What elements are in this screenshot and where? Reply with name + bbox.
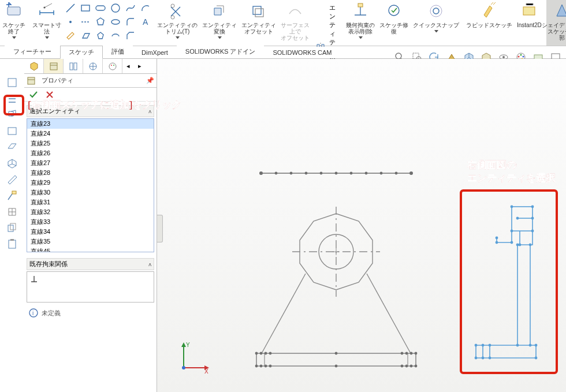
parallelogram-icon[interactable] [80,30,91,42]
panel-next-icon[interactable]: ▸ [134,59,146,73]
entity-list-item[interactable]: 直線25 [27,139,154,148]
svg-rect-41 [10,239,14,241]
entity-list-item[interactable]: 直線30 [27,188,154,197]
entity-list-item[interactable]: 直線31 [27,197,154,207]
status-row: i 未定義 [24,305,157,321]
tab-addins[interactable]: SOLIDWORKS アドイン [177,45,265,58]
dimxpert-manager-tab[interactable] [83,59,103,73]
polygon-icon[interactable] [95,16,106,28]
selection-filter-icon[interactable] [6,76,18,89]
paste-icon[interactable] [6,238,18,251]
property-manager-tab[interactable] [44,59,64,73]
repair-sketch-button[interactable]: スケッチ修 復 [377,0,411,46]
shaded-sketch-contour-button[interactable]: シェイディング スケッチ輪 郭 [546,0,566,46]
feature-manager-tab[interactable] [24,59,44,73]
iso-view-icon[interactable] [6,157,18,170]
rapid-sketch-button[interactable]: ラピッドスケッチ [464,0,515,46]
line-icon[interactable] [65,2,76,14]
display-manager-tab[interactable] [103,59,122,73]
entity-list-item[interactable]: 直線23 [27,119,154,129]
tab-dimxpert[interactable]: DimXpert [133,47,177,58]
selected-entities-list[interactable]: 直線23直線24直線25直線26直線27直線28直線29直線30直線31直線32… [27,118,154,252]
smart-dimension-icon [37,1,57,21]
svg-point-55 [290,172,293,175]
exit-sketch-button[interactable]: スケッチ 終了 [0,0,28,46]
trim-label: エンティティの トリム(T) [157,22,198,35]
front-plane-icon[interactable] [6,125,18,137]
chamfer-icon[interactable] [125,30,136,42]
grid-icon[interactable] [6,206,18,218]
entity-list-item[interactable]: 直線34 [27,227,154,237]
rapid-label: ラピッドスケッチ [466,22,512,28]
svg-point-63 [409,171,413,175]
sketch-tools-grid: A [64,0,152,46]
spline-icon[interactable] [125,2,136,14]
top-plane-icon[interactable] [6,141,18,154]
svg-text:A: A [143,17,148,27]
display-relations-button[interactable]: 幾何拘束の 表示/削除 [344,0,377,46]
existing-relations-header[interactable]: 既存拘束関係 ʌ [27,258,154,270]
entity-list-item[interactable]: 直線24 [27,129,154,139]
arc-icon[interactable] [140,2,151,14]
entity-list-item[interactable]: 直線28 [27,168,154,178]
rectangle-icon[interactable] [80,2,91,14]
plane-icon[interactable] [65,30,76,42]
relation-tool-icon[interactable] [6,189,18,202]
offset-surface-label: サーフェス 上で オフセット [281,22,310,41]
entity-list-item[interactable]: 直線32 [27,207,154,217]
graphics-viewport[interactable]: 右側面図の エンティティを選択 Y X [157,59,566,392]
tab-evaluate[interactable]: 評価 [103,45,133,58]
offset-surface-icon [285,1,305,21]
configuration-manager-tab[interactable] [64,59,83,73]
pin-icon[interactable]: 📌 [146,77,154,84]
svg-point-5 [69,21,72,23]
svg-point-61 [380,172,383,175]
svg-point-81 [401,365,404,368]
entity-list-item[interactable]: 直線45 [27,247,154,252]
tab-cam[interactable]: SOLIDWORKS CAM [264,47,340,58]
svg-point-10 [171,4,174,8]
quick-snap-button[interactable]: クイックスナップ [411,0,461,46]
measure-icon[interactable] [6,173,18,186]
trim-entities-button[interactable]: エンティティの トリム(T) [155,0,200,46]
point-icon[interactable] [65,16,76,28]
convert-label: エンティティ 変換 [202,22,237,35]
partial-ellipse-icon[interactable] [110,30,121,42]
exit-sketch-icon [4,1,24,21]
svg-rect-23 [413,53,419,59]
copy-icon[interactable] [6,222,18,234]
ellipse-icon[interactable] [110,16,121,28]
offset-entities-button[interactable]: エンティティ オフセット [239,0,278,46]
svg-rect-3 [96,6,105,10]
entity-list-item[interactable]: 直線35 [27,237,154,247]
instant2d-icon [519,1,539,21]
polygon2-icon[interactable] [95,30,106,42]
entity-list-item[interactable]: 直線26 [27,148,154,158]
existing-relations-label: 既存拘束関係 [29,260,68,268]
circle-icon[interactable] [110,2,121,14]
perpendicular-icon [29,274,151,283]
entity-list-item[interactable]: 直線33 [27,217,154,227]
centerline-icon[interactable] [80,16,91,28]
fillet-icon[interactable] [125,16,136,28]
svg-point-46 [109,63,116,70]
tab-features[interactable]: フィーチャー [5,45,60,58]
svg-point-86 [335,365,338,368]
svg-point-20 [430,5,442,17]
instant2d-button[interactable]: Instant2D [515,0,544,46]
text-icon[interactable]: A [140,16,151,28]
smart-dimension-button[interactable]: スマート寸 法 [30,0,64,46]
convert-entities-button[interactable]: エンティティ 変換 [200,0,239,46]
property-title: プロパティ [39,76,143,85]
svg-point-72 [269,352,272,355]
entity-list-item[interactable]: 直線29 [27,178,154,188]
svg-point-28 [518,56,520,58]
tab-sketch[interactable]: スケッチ [60,46,103,59]
exit-sketch-label: スケッチ 終了 [2,22,25,35]
panel-prev-icon[interactable]: ◂ [122,59,134,73]
slot-icon[interactable] [95,2,106,14]
entity-list-item[interactable]: 直線27 [27,158,154,168]
svg-point-73 [401,352,404,355]
svg-point-30 [523,56,524,58]
repair-label: スケッチ修 復 [379,22,408,35]
